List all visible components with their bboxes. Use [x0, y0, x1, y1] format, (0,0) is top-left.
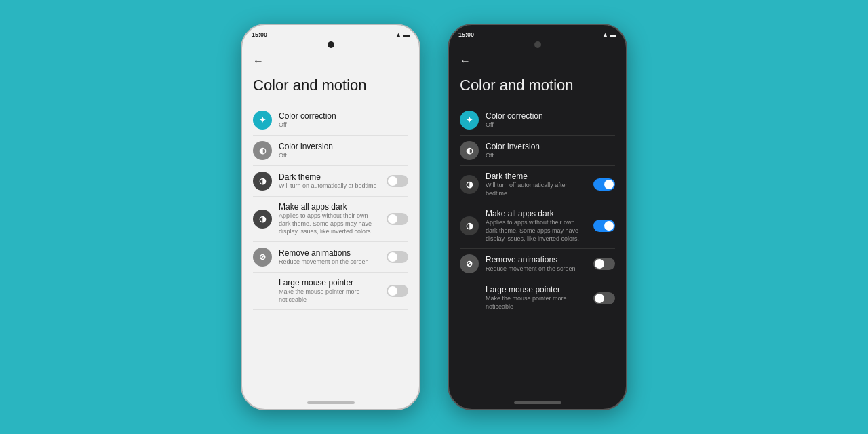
- color-correction-icon: ✦: [460, 111, 479, 130]
- phone-dark: 15:00 ▲ ▬ ←Color and motion✦Color correc…: [448, 24, 627, 410]
- remove-animations-toggle[interactable]: [593, 258, 615, 270]
- make-all-apps-dark-toggle[interactable]: [593, 220, 615, 232]
- remove-animations-text: Remove animationsReduce movement on the …: [279, 248, 380, 267]
- dark-theme-text: Dark themeWill turn off automatically af…: [486, 172, 587, 197]
- color-correction-title: Color correction: [279, 111, 408, 121]
- remove-animations-title: Remove animations: [486, 255, 587, 264]
- color-inversion-icon: ◐: [460, 141, 479, 160]
- screen-content: ←Color and motion✦Color correctionOff◐Co…: [242, 50, 419, 397]
- setting-item-remove-animations[interactable]: ⊘Remove animationsReduce movement on the…: [253, 243, 408, 271]
- home-indicator: [449, 397, 626, 409]
- divider: [460, 135, 615, 136]
- remove-animations-icon: ⊘: [460, 254, 479, 273]
- make-all-apps-dark-subtitle: Applies to apps without their own dark t…: [279, 212, 380, 236]
- dark-theme-title: Dark theme: [486, 172, 587, 181]
- setting-item-make-all-apps-dark[interactable]: ◑Make all apps darkApplies to apps witho…: [253, 198, 408, 240]
- color-inversion-title: Color inversion: [486, 142, 615, 151]
- dark-theme-text: Dark themeWill turn on automatically at …: [279, 172, 380, 191]
- make-all-apps-dark-toggle[interactable]: [387, 213, 408, 225]
- back-button[interactable]: ←: [460, 55, 615, 67]
- back-button[interactable]: ←: [253, 55, 408, 67]
- wifi-icon: ▲: [395, 31, 401, 38]
- setting-item-color-correction[interactable]: ✦Color correctionOff: [253, 106, 408, 134]
- dark-theme-subtitle: Will turn off automatically after bedtim…: [486, 182, 587, 197]
- divider: [253, 241, 408, 242]
- divider: [460, 165, 615, 166]
- make-all-apps-dark-title: Make all apps dark: [486, 209, 587, 218]
- color-correction-text: Color correctionOff: [486, 111, 615, 130]
- color-inversion-subtitle: Off: [279, 152, 408, 160]
- notch-area: [242, 41, 419, 48]
- setting-item-dark-theme[interactable]: ◑Dark themeWill turn off automatically a…: [460, 167, 615, 201]
- status-icons: ▲ ▬: [395, 31, 410, 38]
- color-correction-subtitle: Off: [486, 121, 615, 130]
- make-all-apps-dark-subtitle: Applies to apps without their own dark t…: [486, 219, 587, 243]
- setting-item-color-inversion[interactable]: ◐Color inversionOff: [253, 137, 408, 164]
- large-mouse-pointer-toggle[interactable]: [387, 285, 408, 297]
- make-all-apps-dark-title: Make all apps dark: [279, 202, 380, 212]
- setting-item-color-correction[interactable]: ✦Color correctionOff: [460, 106, 615, 134]
- divider: [253, 165, 408, 166]
- color-correction-text: Color correctionOff: [279, 111, 408, 130]
- divider: [460, 279, 615, 279]
- status-bar: 15:00 ▲ ▬: [242, 25, 419, 41]
- remove-animations-icon: ⊘: [253, 248, 272, 267]
- remove-animations-title: Remove animations: [279, 248, 380, 258]
- color-inversion-icon: ◐: [253, 141, 272, 160]
- dark-theme-subtitle: Will turn on automatically at bedtime: [279, 182, 380, 191]
- color-correction-icon: ✦: [253, 111, 272, 130]
- setting-item-large-mouse-pointer[interactable]: Large mouse pointerMake the mouse pointe…: [253, 274, 408, 308]
- battery-icon: ▬: [403, 31, 410, 38]
- home-bar: [514, 401, 561, 404]
- large-mouse-pointer-subtitle: Make the mouse pointer more noticeable: [279, 288, 380, 304]
- make-all-apps-dark-icon: ◑: [253, 210, 272, 229]
- notch-area: [449, 41, 626, 48]
- divider: [253, 309, 408, 310]
- divider: [460, 317, 615, 317]
- setting-item-color-inversion[interactable]: ◐Color inversionOff: [460, 137, 615, 164]
- wifi-icon: ▲: [602, 31, 608, 38]
- large-mouse-pointer-text: Large mouse pointerMake the mouse pointe…: [279, 278, 380, 304]
- divider: [253, 135, 408, 136]
- status-time: 15:00: [252, 31, 267, 38]
- status-bar: 15:00 ▲ ▬: [449, 25, 626, 41]
- color-inversion-text: Color inversionOff: [486, 142, 615, 160]
- phone-light: 15:00 ▲ ▬ ←Color and motion✦Color correc…: [241, 24, 420, 410]
- divider: [253, 272, 408, 273]
- setting-item-large-mouse-pointer[interactable]: Large mouse pointerMake the mouse pointe…: [460, 281, 615, 315]
- page-title: Color and motion: [253, 77, 408, 94]
- large-mouse-pointer-toggle[interactable]: [593, 292, 615, 304]
- color-correction-subtitle: Off: [279, 121, 408, 130]
- dark-theme-icon: ◑: [460, 175, 479, 194]
- divider: [253, 196, 408, 197]
- dark-theme-toggle[interactable]: [593, 178, 615, 191]
- status-icons: ▲ ▬: [602, 31, 616, 38]
- status-time: 15:00: [458, 31, 474, 38]
- page-title: Color and motion: [460, 77, 615, 94]
- make-all-apps-dark-text: Make all apps darkApplies to apps withou…: [279, 202, 380, 236]
- remove-animations-subtitle: Reduce movement on the screen: [486, 265, 587, 273]
- large-mouse-pointer-text: Large mouse pointerMake the mouse pointe…: [486, 285, 587, 311]
- remove-animations-subtitle: Reduce movement on the screen: [279, 258, 380, 267]
- divider: [460, 248, 615, 249]
- large-mouse-pointer-title: Large mouse pointer: [279, 278, 380, 288]
- battery-icon: ▬: [610, 31, 616, 38]
- setting-item-make-all-apps-dark[interactable]: ◑Make all apps darkApplies to apps witho…: [460, 205, 615, 247]
- setting-item-remove-animations[interactable]: ⊘Remove animationsReduce movement on the…: [460, 250, 615, 277]
- home-bar: [307, 401, 355, 404]
- color-inversion-text: Color inversionOff: [279, 142, 408, 160]
- setting-item-dark-theme[interactable]: ◑Dark themeWill turn on automatically at…: [253, 167, 408, 195]
- color-inversion-subtitle: Off: [486, 152, 615, 160]
- remove-animations-text: Remove animationsReduce movement on the …: [486, 255, 587, 273]
- color-correction-title: Color correction: [486, 111, 615, 121]
- remove-animations-toggle[interactable]: [387, 251, 408, 263]
- make-all-apps-dark-icon: ◑: [460, 216, 479, 235]
- color-inversion-title: Color inversion: [279, 142, 408, 151]
- screen-content: ←Color and motion✦Color correctionOff◐Co…: [449, 50, 626, 397]
- large-mouse-pointer-subtitle: Make the mouse pointer more noticeable: [486, 295, 587, 311]
- dark-theme-icon: ◑: [253, 172, 272, 191]
- camera-dot: [328, 41, 334, 48]
- home-indicator: [242, 397, 419, 409]
- dark-theme-toggle[interactable]: [387, 175, 408, 187]
- camera-dot: [534, 41, 541, 48]
